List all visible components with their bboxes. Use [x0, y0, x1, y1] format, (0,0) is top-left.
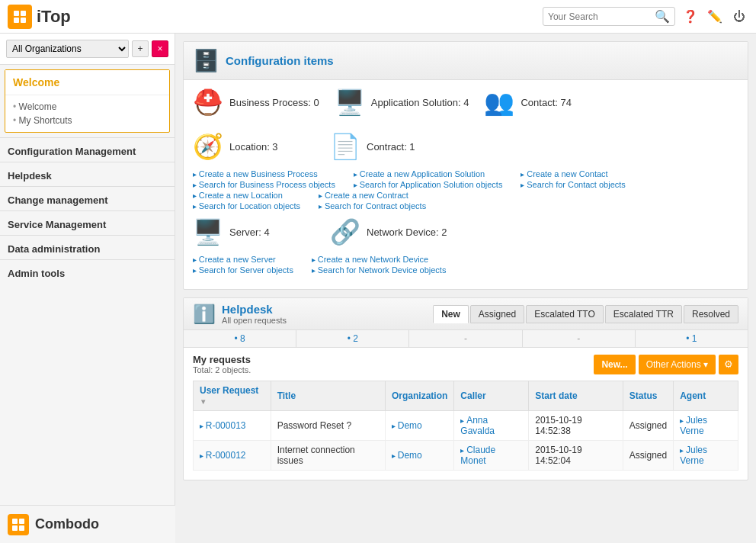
stat-contact: 👥 Contact: 74 — [484, 88, 606, 117]
sidebar-item-config-management[interactable]: Configuration Management — [0, 137, 175, 162]
svg-rect-1 — [21, 11, 26, 16]
config-items-icon: 🗄️ — [193, 48, 219, 73]
tab-escalated-tto[interactable]: Escalated TTO — [526, 305, 604, 323]
col-user-request[interactable]: User Request ▾ — [194, 381, 271, 411]
svg-rect-3 — [21, 18, 26, 23]
search-box[interactable]: 🔍 — [543, 7, 675, 26]
network-device-label: Network Device: 2 — [367, 227, 447, 238]
col-title[interactable]: Title — [271, 381, 385, 411]
main-content: 🗄️ Configuration items ⛑️ Business Proce… — [175, 34, 756, 543]
network-device-links: Create a new Network Device Search for N… — [312, 254, 447, 275]
requests-table-container: User Request ▾ Title Organization Caller… — [184, 381, 748, 480]
col-caller[interactable]: Caller — [454, 381, 529, 411]
welcome-links: Welcome My Shortcuts — [5, 95, 169, 132]
search-location-link[interactable]: Search for Location objects — [193, 201, 300, 211]
welcome-header[interactable]: Welcome — [5, 70, 169, 95]
stat-links-row-1: Create a new Business Process Search for… — [193, 169, 738, 211]
search-contact-link[interactable]: Search for Contact objects — [521, 179, 625, 190]
agent-link-2[interactable]: Jules Verne — [680, 445, 707, 466]
stat-row-1: ⛑️ Business Process: 0 🖥️ Application So… — [193, 88, 738, 161]
agent-link-1[interactable]: Jules Verne — [680, 415, 707, 436]
application-solution-label: Application Solution: 4 — [371, 97, 469, 108]
helpdesk-subtitle: All open requests — [222, 316, 287, 325]
welcome-link-shortcuts[interactable]: My Shortcuts — [13, 114, 162, 127]
contract-links: Create a new Contract Search for Contrac… — [319, 190, 426, 211]
search-network-device-link[interactable]: Search for Network Device objects — [312, 265, 447, 275]
sort-user-request-icon: ▾ — [201, 397, 205, 406]
search-contract-link[interactable]: Search for Contract objects — [319, 201, 426, 211]
count-ttr-value: - — [577, 333, 580, 344]
count-new-link[interactable]: • 8 — [234, 333, 245, 344]
search-server-link[interactable]: Search for Server objects — [193, 265, 293, 275]
cog-button[interactable]: ⚙ — [719, 355, 738, 374]
header-right: 🔍 ❓ ✏️ ⏻ — [543, 7, 748, 26]
footer-icon — [8, 514, 29, 535]
col-organization[interactable]: Organization — [386, 381, 454, 411]
sidebar-item-service-management[interactable]: Service Management — [0, 210, 175, 235]
search-application-solution-link[interactable]: Search for Application Solution objects — [354, 179, 503, 190]
other-actions-button[interactable]: Other Actions ▾ — [639, 355, 716, 374]
application-solution-icon: 🖥️ — [335, 88, 365, 117]
tab-resolved[interactable]: Resolved — [684, 305, 738, 323]
search-input[interactable] — [548, 11, 655, 22]
tab-new[interactable]: New — [433, 305, 469, 323]
logo-area: iTop — [8, 5, 71, 29]
contact-links: Create a new Contact Search for Contact … — [521, 169, 625, 190]
org-selector: All Organizations + × — [0, 34, 175, 65]
org-link-1[interactable]: Demo — [392, 420, 422, 431]
caller-link-1[interactable]: Anna Gavalda — [460, 415, 495, 436]
col-agent[interactable]: Agent — [674, 381, 738, 411]
create-business-process-link[interactable]: Create a new Business Process — [193, 169, 335, 179]
table-row: R-000012 Internet connection issues Demo… — [194, 441, 738, 471]
create-contact-link[interactable]: Create a new Contact — [521, 169, 625, 179]
stat-server: 🖥️ Server: 4 — [193, 217, 315, 246]
server-links: Create a new Server Search for Server ob… — [193, 254, 293, 275]
sidebar-item-data-administration[interactable]: Data administration — [0, 235, 175, 259]
create-contract-link[interactable]: Create a new Contract — [319, 190, 426, 201]
new-request-button[interactable]: New... — [594, 355, 635, 374]
search-business-process-link[interactable]: Search for Business Process objects — [193, 179, 335, 190]
col-status[interactable]: Status — [623, 381, 673, 411]
business-process-label: Business Process: 0 — [229, 97, 319, 108]
count-resolved-link[interactable]: • 1 — [686, 333, 697, 344]
server-label: Server: 4 — [229, 227, 270, 238]
power-icon[interactable]: ⏻ — [730, 8, 748, 26]
sidebar-item-admin-tools[interactable]: Admin tools — [0, 259, 175, 284]
location-links: Create a new Location Search for Locatio… — [193, 190, 300, 211]
welcome-link-welcome[interactable]: Welcome — [13, 100, 162, 114]
col-start-date[interactable]: Start date — [529, 381, 623, 411]
logo-text: iTop — [37, 7, 71, 27]
help-icon[interactable]: ❓ — [681, 8, 700, 26]
create-application-solution-link[interactable]: Create a new Application Solution — [354, 169, 503, 179]
cell-status-1: Assigned — [623, 411, 673, 441]
org-add-btn[interactable]: + — [132, 40, 149, 57]
create-location-link[interactable]: Create a new Location — [193, 190, 300, 201]
tab-assigned[interactable]: Assigned — [470, 305, 524, 323]
org-select[interactable]: All Organizations — [6, 40, 129, 58]
org-remove-btn[interactable]: × — [152, 40, 168, 57]
helpdesk-icon: ℹ️ — [193, 304, 216, 325]
caller-link-2[interactable]: Claude Monet — [460, 445, 495, 466]
network-device-icon: 🔗 — [330, 217, 360, 246]
config-items-body: ⛑️ Business Process: 0 🖥️ Application So… — [184, 80, 748, 289]
create-network-device-link[interactable]: Create a new Network Device — [312, 254, 447, 265]
stat-links-row-2: Create a new Server Search for Server ob… — [193, 254, 738, 275]
search-icon[interactable]: 🔍 — [655, 9, 670, 24]
requests-title-group: My requests Total: 2 objects. — [193, 354, 251, 374]
cell-date-1: 2015-10-19 14:52:38 — [529, 411, 623, 441]
request-link-1[interactable]: R-000013 — [200, 420, 246, 431]
request-link-2[interactable]: R-000012 — [200, 450, 246, 461]
create-server-link[interactable]: Create a new Server — [193, 254, 293, 265]
sidebar-item-change-management[interactable]: Change management — [0, 186, 175, 210]
requests-table: User Request ▾ Title Organization Caller… — [193, 381, 738, 471]
contact-icon: 👥 — [484, 88, 514, 117]
count-assigned-link[interactable]: • 2 — [348, 333, 358, 344]
tab-escalated-ttr[interactable]: Escalated TTR — [605, 305, 682, 323]
count-new: • 8 — [184, 330, 296, 347]
sidebar: All Organizations + × Welcome Welcome My… — [0, 34, 175, 543]
svg-rect-2 — [14, 18, 19, 23]
sidebar-item-helpdesk[interactable]: Helpdesk — [0, 162, 175, 186]
edit-icon[interactable]: ✏️ — [706, 8, 724, 26]
org-link-2[interactable]: Demo — [392, 450, 422, 461]
application-solution-links: Create a new Application Solution Search… — [354, 169, 503, 190]
